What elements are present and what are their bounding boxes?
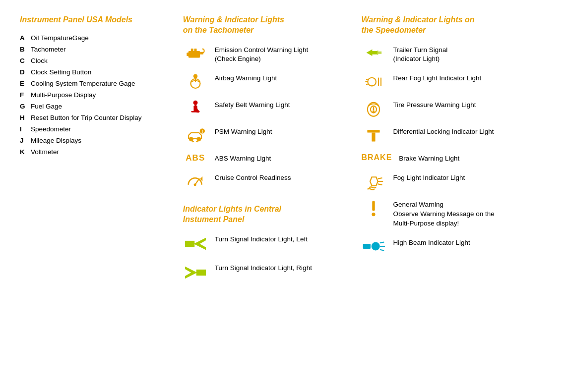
svg-marker-27 (375, 50, 382, 55)
svg-point-10 (193, 101, 197, 105)
item-letter: D (20, 68, 31, 76)
arrow-right-icon (185, 263, 206, 282)
fog-label: Fog Light Indicator Light (393, 172, 465, 183)
svg-rect-24 (196, 270, 206, 276)
svg-rect-39 (372, 133, 376, 142)
mid-title2: Indicator Lights in CentralInstument Pan… (183, 204, 352, 225)
highbeam-label: High Beam Indicator Light (393, 237, 470, 248)
seatbelt-icon-box (183, 100, 208, 117)
fog-icon-box (361, 172, 386, 190)
svg-point-46 (372, 242, 380, 250)
item-label: Voltmeter (31, 148, 59, 156)
brake-icon-box: BRAKE (361, 153, 392, 162)
svg-point-16 (197, 138, 200, 141)
main-layout: Instrument Panel USA Models AOil Tempatu… (20, 15, 545, 291)
list-item: ECooling System Temperature Gage (20, 80, 173, 87)
svg-rect-3 (191, 49, 193, 52)
psm-icon: ! (186, 126, 205, 144)
highbeam-icon (362, 237, 385, 255)
list-item: GFuel Gage (20, 103, 173, 110)
indicator-highbeam: High Beam Indicator Light (361, 237, 545, 255)
indicator-generalwarning: General WarningObserve Warning Message o… (361, 199, 545, 228)
list-item: KVoltmeter (20, 148, 173, 156)
seatbelt-label: Safety Belt Warning Light (215, 100, 290, 110)
svg-line-40 (378, 178, 382, 179)
cruise-label: Cruise Control Readiness (215, 172, 291, 183)
svg-text:!: ! (201, 129, 203, 134)
seatbelt-icon (187, 100, 204, 117)
item-label: Reset Button for Trip Counter Display (31, 114, 142, 121)
abs-icon: ABS (186, 153, 205, 163)
rearfog-label: Rear Fog Light Indicator Light (393, 73, 481, 83)
svg-line-42 (378, 184, 382, 185)
item-label: Fuel Gage (31, 103, 62, 110)
emission-icon-box (183, 45, 208, 62)
psm-icon-box: ! (183, 126, 208, 144)
svg-point-20 (193, 183, 196, 186)
svg-rect-1 (187, 53, 189, 56)
indicator-rearfog: Rear Fog Light Indicator Light (361, 73, 545, 91)
arrow-left-icon-box (183, 234, 208, 254)
generalwarning-icon (368, 199, 379, 217)
cruise-icon-box (183, 172, 208, 190)
psm-label: PSM Warning Light (215, 126, 272, 137)
list-item: CClock (20, 57, 173, 64)
item-label: Mileage Displays (31, 137, 81, 144)
arrow-right-label: Turn Signal Indicator Light, Right (215, 263, 312, 273)
item-label: Clock (31, 57, 48, 64)
item-letter: E (20, 80, 31, 87)
cruise-icon (185, 172, 206, 190)
svg-point-5 (193, 74, 197, 79)
item-letter: J (20, 137, 31, 144)
tirepressure-icon (364, 100, 383, 117)
left-column: Instrument Panel USA Models AOil Tempatu… (20, 15, 183, 291)
list-item: ISpeedometer (20, 125, 173, 133)
emission-icon (185, 45, 206, 62)
item-label: Clock Setting Button (31, 68, 91, 76)
svg-line-47 (380, 242, 384, 243)
item-letter: F (20, 91, 31, 99)
item-letter: A (20, 34, 31, 42)
svg-rect-38 (368, 130, 380, 133)
abs-label: ABS Warning Light (215, 153, 271, 164)
list-item: AOil TempatureGage (20, 34, 173, 42)
list-item: BTachometer (20, 46, 173, 53)
list-item: FMulti-Purpose Display (20, 91, 173, 99)
item-letter: I (20, 125, 31, 133)
mid-title1: Warning & Indicator Lightson the Tachome… (183, 15, 352, 36)
generalwarning-label: General WarningObserve Warning Message o… (393, 199, 494, 228)
tirepressure-icon-box (361, 100, 386, 117)
mid-column: Warning & Indicator Lightson the Tachome… (183, 15, 362, 291)
indicator-emission: Emission Control Warning Light(Check Eng… (183, 45, 352, 64)
indicator-abs: ABS ABS Warning Light (183, 153, 352, 164)
right-column: Warning & Indicator Lights onthe Speedom… (361, 15, 545, 291)
central-section: Indicator Lights in CentralInstument Pan… (183, 204, 352, 282)
list-item: DClock Setting Button (20, 68, 173, 76)
trailer-icon (362, 45, 385, 62)
svg-rect-0 (188, 51, 200, 57)
item-letter: K (20, 148, 31, 156)
item-label: Multi-Purpose Display (31, 91, 96, 99)
panel-list: AOil TempatureGage BTachometer CClock DC… (20, 34, 173, 156)
arrow-left-icon (185, 234, 206, 254)
item-label: Cooling System Temperature Gage (31, 80, 135, 87)
item-letter: C (20, 57, 31, 64)
airbag-icon-box (183, 73, 208, 91)
rearfog-icon-box (361, 73, 386, 91)
arrow-right-icon-box (183, 263, 208, 282)
svg-point-28 (368, 78, 377, 86)
generalwarning-icon-box (361, 199, 386, 217)
svg-point-37 (373, 111, 375, 112)
emission-label: Emission Control Warning Light(Check Eng… (215, 45, 309, 64)
indicator-psm: ! PSM Warning Light (183, 126, 352, 144)
indicator-diff: Differential Locking Indicator Light (361, 126, 545, 144)
svg-rect-45 (363, 244, 371, 249)
item-letter: H (20, 114, 31, 121)
brake-icon: BRAKE (361, 153, 392, 162)
indicator-tirepressure: Tire Pressure Warning Light (361, 100, 545, 117)
indicator-arrow-left: Turn Signal Indicator Light, Left (183, 234, 352, 254)
right-title: Warning & Indicator Lights onthe Speedom… (361, 15, 545, 36)
diff-label: Differential Locking Indicator Light (393, 126, 494, 137)
svg-rect-43 (373, 201, 375, 211)
list-item: JMileage Displays (20, 137, 173, 144)
